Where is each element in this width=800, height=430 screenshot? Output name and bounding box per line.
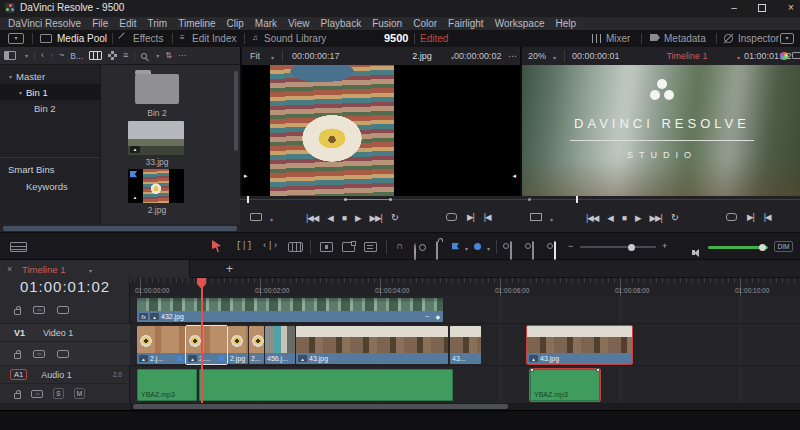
menu-fairlight[interactable]: Fairlight	[448, 18, 484, 29]
last-frame-button[interactable]: ▶▶|	[650, 213, 662, 223]
tab-dropdown-icon[interactable]: ▾	[89, 267, 92, 274]
menu-edit[interactable]: Edit	[119, 18, 136, 29]
menu-workspace[interactable]: Workspace	[495, 18, 545, 29]
import-icon[interactable]: ~	[59, 51, 64, 60]
clip-2jpg-2-selected[interactable]: ▴2....	[186, 326, 227, 364]
color-viewer-icon[interactable]	[780, 52, 788, 60]
playhead-line[interactable]	[201, 286, 203, 403]
position-lock-icon[interactable]	[436, 241, 438, 260]
bin-view-dropdown-icon[interactable]: ▾	[25, 52, 28, 59]
media-grid-vscrollbar[interactable]	[234, 71, 238, 151]
auto-select-icon[interactable]: <>	[33, 350, 45, 358]
list-view-icon[interactable]: ≡	[123, 51, 128, 60]
source-scrub-bar[interactable]	[240, 196, 520, 203]
menu-fusion[interactable]: Fusion	[372, 18, 402, 29]
interface-toggle-button[interactable]: ▾	[8, 33, 24, 44]
source-options-icon[interactable]: ⋯	[508, 52, 517, 61]
volume-slider[interactable]	[708, 246, 768, 249]
grid-view-icon[interactable]	[108, 51, 117, 60]
tab-close-icon[interactable]: ×	[7, 264, 12, 274]
selection-tool-icon[interactable]	[212, 240, 221, 252]
auto-select-icon[interactable]: <>	[31, 390, 43, 398]
lock-track-icon[interactable]	[14, 353, 21, 359]
fit-dropdown[interactable]: Fit	[250, 51, 260, 61]
metadata-button[interactable]: Metadata	[664, 33, 706, 44]
panel-layout-button[interactable]: ▾	[780, 33, 794, 44]
custom-zoom-icon[interactable]	[554, 241, 556, 260]
first-frame-button[interactable]: |◀◀	[586, 213, 598, 223]
minimize-button[interactable]: –	[722, 2, 746, 13]
bin-tree-master[interactable]: ▾ Master	[0, 68, 100, 84]
curve-icon[interactable]: ~	[425, 313, 429, 320]
timeline-tab[interactable]: × Timeline 1 ▾	[0, 260, 190, 278]
bin-tree-bin1-selected[interactable]: ▾ Bin 1	[0, 84, 100, 100]
audio-clip-ybaz-2[interactable]	[199, 369, 453, 401]
razor-tool-icon[interactable]	[288, 242, 303, 252]
zoom-in-icon[interactable]: +	[662, 242, 667, 251]
track-a1-title[interactable]: A1 Audio 1 2.0	[0, 366, 130, 384]
stop-button[interactable]: ■	[622, 213, 626, 223]
bin-sidebar-toggle-icon[interactable]	[4, 51, 16, 60]
enable-track-icon[interactable]	[57, 306, 69, 314]
dynamic-trim-mode-icon[interactable]: ‹|›	[262, 242, 278, 251]
dual-monitor-icon[interactable]	[792, 52, 800, 59]
clip-43jpg-selected[interactable]: ▴43.jpg	[527, 326, 632, 364]
clip-43jpg-long[interactable]: ▴43.jpg	[296, 326, 448, 364]
snapping-magnet-icon[interactable]: ∩	[396, 241, 403, 251]
goto-out-button[interactable]: |◀	[484, 212, 491, 222]
timeline-name-dropdown[interactable]: Timeline 1	[632, 51, 742, 61]
clip-2jpg-1[interactable]: ▴2.j...	[137, 326, 185, 364]
marker-icon[interactable]	[474, 243, 481, 250]
chevron-down-icon[interactable]: ▾	[271, 54, 274, 61]
timeline-viewer-playhead[interactable]	[576, 196, 578, 203]
menu-color[interactable]: Color	[413, 18, 437, 29]
media-pool-button[interactable]: Media Pool	[57, 33, 107, 44]
fade-out-handle[interactable]	[596, 368, 600, 372]
menu-trim[interactable]: Trim	[148, 18, 168, 29]
menu-clip[interactable]: Clip	[227, 18, 244, 29]
dim-button[interactable]: DIM	[774, 241, 793, 252]
menu-help[interactable]: Help	[555, 18, 576, 29]
trim-edit-mode-icon[interactable]: [|]	[236, 242, 252, 251]
menu-view[interactable]: View	[288, 18, 310, 29]
auto-select-icon[interactable]: <>	[33, 306, 45, 314]
menu-playback[interactable]: Playback	[321, 18, 362, 29]
clip-456jpg[interactable]: 456.j...	[265, 326, 295, 364]
add-timeline-tab-button[interactable]: +	[226, 262, 233, 276]
solo-button[interactable]: S	[53, 388, 64, 399]
effects-button[interactable]: Effects	[133, 33, 163, 44]
replace-clip-icon[interactable]	[364, 242, 377, 252]
match-frame-icon[interactable]	[726, 213, 737, 221]
menu-davinci-resolve[interactable]: DaVinci Resolve	[8, 18, 81, 29]
media-pool-hscrollbar[interactable]	[0, 224, 240, 232]
match-frame-icon[interactable]	[446, 213, 457, 221]
keyframe-icon[interactable]: ◆	[435, 313, 440, 320]
play-reverse-button[interactable]: ◀	[327, 213, 333, 223]
maximize-button[interactable]	[750, 3, 774, 14]
play-button[interactable]: ▶	[355, 213, 361, 223]
fade-in-handle[interactable]	[530, 368, 534, 372]
smart-bins-section[interactable]: Smart Bins	[0, 161, 54, 177]
loop-button[interactable]: ↻	[671, 212, 678, 223]
stop-button[interactable]: ■	[342, 213, 346, 223]
play-reverse-button[interactable]: ◀	[607, 213, 613, 223]
menu-file[interactable]: File	[92, 18, 108, 29]
scrollbar-thumb[interactable]	[133, 404, 508, 409]
insert-clip-icon[interactable]	[320, 242, 333, 252]
folder-icon-bin2[interactable]	[135, 74, 179, 104]
menu-timeline[interactable]: Timeline	[178, 18, 215, 29]
track-v1-title[interactable]: V1 Video 1	[0, 324, 130, 342]
chevron-down-icon[interactable]: ▾	[270, 216, 273, 223]
zoom-out-icon[interactable]: −	[568, 242, 573, 251]
loop-button[interactable]: ↻	[391, 212, 398, 223]
timeline-ruler[interactable]: 01:00:00:00 01:00:02:00 01:00:04:00 01:0…	[130, 278, 800, 296]
clip-2jpg-3[interactable]: 2.jpg	[228, 326, 248, 364]
enable-track-icon[interactable]	[57, 350, 69, 358]
timeline-scrub-bar[interactable]	[520, 196, 800, 203]
chevron-down-icon[interactable]: ▾	[553, 54, 556, 61]
goto-in-button[interactable]: ▶|	[747, 212, 754, 222]
play-button[interactable]: ▶	[635, 213, 641, 223]
keywords-item[interactable]: Keywords	[0, 178, 68, 194]
goto-out-button[interactable]: |◀	[764, 212, 771, 222]
clip-43jpg-short[interactable]: 43...	[450, 326, 481, 364]
